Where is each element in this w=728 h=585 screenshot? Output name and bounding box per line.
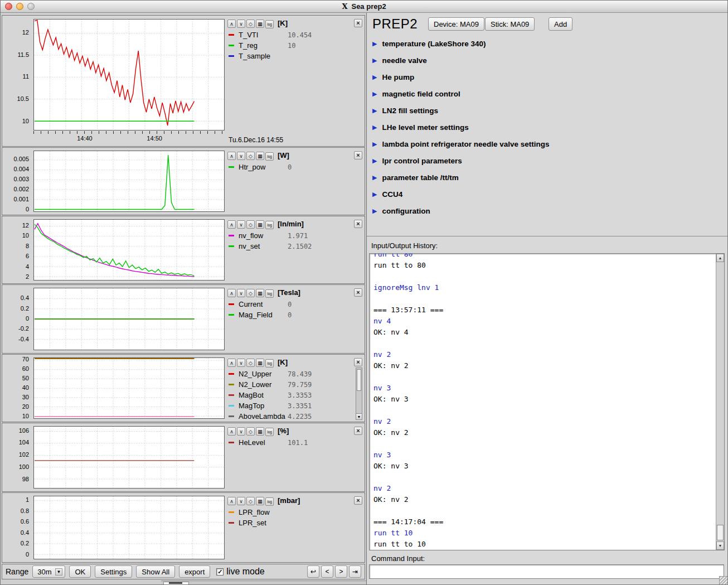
move-panel-up-button[interactable]: ∧ — [227, 289, 236, 297]
legend-entry[interactable]: AboveLambda4.2235 — [227, 411, 355, 422]
move-panel-down-button[interactable]: ∨ — [237, 427, 245, 436]
log-scale-button[interactable]: log — [265, 221, 274, 229]
close-icon[interactable]: × — [354, 358, 362, 366]
zoom-panel-button[interactable]: ◇ — [246, 497, 255, 505]
panel-grid-button[interactable]: ▦ — [256, 289, 264, 297]
expand-arrow-icon[interactable]: ▶ — [372, 207, 377, 215]
stick-button[interactable]: Stick: MA09 — [485, 17, 535, 31]
menu-item[interactable]: ▶LHe level meter settings — [367, 119, 728, 136]
move-panel-up-button[interactable]: ∧ — [227, 20, 236, 28]
expand-arrow-icon[interactable]: ▶ — [372, 90, 377, 98]
zoom-panel-button[interactable]: ◇ — [246, 220, 255, 229]
log-scale-button[interactable]: log — [265, 152, 274, 161]
scrollbar-thumb[interactable] — [717, 525, 724, 540]
legend-entry[interactable]: nv_set2.1502 — [227, 241, 362, 252]
menu-item[interactable]: ▶temperature (LakeShore 340) — [367, 35, 728, 52]
close-icon[interactable]: × — [354, 496, 362, 505]
scroll-down-icon[interactable]: ▼ — [716, 542, 724, 550]
legend-entry[interactable]: N2_Lower79.759 — [227, 379, 355, 390]
legend-entry[interactable]: T_VTI10.454 — [227, 30, 362, 40]
chart-plot-temperature[interactable] — [33, 19, 225, 130]
scroll-down-icon[interactable]: ▼ — [356, 413, 362, 419]
jump-to-end-button[interactable]: ⇥ — [349, 565, 361, 578]
expand-arrow-icon[interactable]: ▶ — [372, 107, 377, 114]
legend-entry[interactable]: Mag_Field0 — [227, 310, 362, 320]
console-scrollbar[interactable]: ▲ ▼ — [716, 254, 724, 550]
move-panel-up-button[interactable]: ∧ — [227, 220, 236, 229]
menu-item[interactable]: ▶needle valve — [367, 52, 728, 69]
move-panel-down-button[interactable]: ∨ — [237, 220, 245, 229]
legend-entry[interactable]: T_sample — [227, 51, 362, 61]
menu-item[interactable]: ▶lpr control parameters — [367, 152, 728, 169]
expand-arrow-icon[interactable]: ▶ — [372, 74, 377, 81]
zoom-panel-button[interactable]: ◇ — [246, 359, 255, 367]
legend-entry[interactable]: nv_flow1.971 — [227, 230, 362, 241]
jump-to-live-button[interactable]: ↩ — [307, 565, 319, 578]
log-scale-button[interactable]: log — [265, 289, 274, 298]
move-panel-down-button[interactable]: ∨ — [237, 20, 245, 28]
device-button[interactable]: Device: MA09 — [428, 17, 484, 31]
range-select[interactable]: 30m ▼ — [32, 565, 65, 578]
legend-entry[interactable]: N2_Upper78.439 — [227, 369, 355, 379]
close-icon[interactable]: × — [354, 19, 362, 27]
move-panel-down-button[interactable]: ∨ — [237, 497, 245, 505]
expand-arrow-icon[interactable]: ▶ — [372, 157, 377, 165]
panel-grid-button[interactable]: ▦ — [256, 427, 264, 436]
title-bar[interactable]: XSea prep2 — [1, 1, 727, 13]
menu-item[interactable]: ▶LN2 fill settings — [367, 102, 728, 119]
panel-grid-button[interactable]: ▦ — [256, 220, 264, 229]
panel-grid-button[interactable]: ▦ — [256, 20, 264, 28]
panel-grid-button[interactable]: ▦ — [256, 359, 264, 367]
resize-grip[interactable] — [719, 576, 727, 584]
expand-arrow-icon[interactable]: ▶ — [372, 57, 377, 64]
menu-item[interactable]: ▶magnetic field control — [367, 85, 728, 102]
legend-entry[interactable]: LPR_flow — [227, 507, 362, 518]
menu-item[interactable]: ▶parameter table /tt/tm — [367, 169, 728, 186]
command-input[interactable] — [369, 564, 724, 579]
expand-arrow-icon[interactable]: ▶ — [372, 191, 377, 198]
move-panel-up-button[interactable]: ∧ — [227, 152, 236, 160]
export-button[interactable]: export — [179, 565, 210, 578]
menu-item[interactable]: ▶He pump — [367, 69, 728, 85]
close-icon[interactable]: × — [354, 288, 362, 297]
menu-item[interactable]: ▶configuration — [367, 202, 728, 219]
move-panel-down-button[interactable]: ∨ — [237, 289, 245, 297]
zoom-panel-button[interactable]: ◇ — [246, 427, 255, 436]
chart-plot-nv-flow[interactable] — [33, 219, 225, 281]
expand-arrow-icon[interactable]: ▶ — [372, 141, 377, 148]
zoom-panel-button[interactable]: ◇ — [246, 20, 255, 28]
expand-arrow-icon[interactable]: ▶ — [372, 40, 377, 47]
zoom-panel-button[interactable]: ◇ — [246, 289, 255, 297]
scroll-up-icon[interactable]: ▲ — [716, 254, 724, 262]
menu-item[interactable]: ▶lambda point refrigerator needle valve … — [367, 136, 728, 152]
expand-arrow-icon[interactable]: ▶ — [372, 174, 377, 181]
log-scale-button[interactable]: log — [265, 497, 274, 506]
menu-item[interactable]: ▶CCU4 — [367, 186, 728, 202]
legend-entry[interactable]: MagTop3.3351 — [227, 400, 355, 411]
step-back-button[interactable]: < — [321, 565, 333, 578]
chart-plot-magnet[interactable] — [33, 288, 225, 350]
ok-button[interactable]: OK — [69, 565, 91, 578]
chart-plot-heater[interactable] — [33, 151, 225, 212]
legend-entry[interactable]: MagBot3.3353 — [227, 390, 355, 400]
move-panel-up-button[interactable]: ∧ — [227, 427, 236, 436]
show-all-button[interactable]: Show All — [136, 565, 175, 578]
close-icon[interactable]: × — [354, 151, 362, 159]
move-panel-up-button[interactable]: ∧ — [227, 359, 236, 367]
legend-scrollbar[interactable]: ▼ — [356, 368, 362, 420]
move-panel-up-button[interactable]: ∧ — [227, 497, 236, 505]
log-scale-button[interactable]: log — [265, 359, 274, 368]
move-panel-down-button[interactable]: ∨ — [237, 152, 245, 160]
add-button[interactable]: Add — [549, 17, 572, 31]
legend-entry[interactable]: LPR_set — [227, 518, 362, 528]
chart-plot-he-level[interactable] — [33, 426, 225, 489]
step-forward-button[interactable]: > — [335, 565, 347, 578]
close-icon[interactable]: × — [354, 220, 362, 228]
chart-plot-n2-temps[interactable] — [33, 357, 225, 419]
legend-entry[interactable]: Htr_pow0 — [227, 162, 362, 172]
settings-button[interactable]: Settings — [95, 565, 132, 578]
zoom-panel-button[interactable]: ◇ — [246, 152, 255, 160]
log-scale-button[interactable]: log — [265, 428, 274, 436]
live-mode-toggle[interactable]: ✓ live mode — [216, 567, 264, 577]
legend-entry[interactable]: T_reg10 — [227, 40, 362, 51]
